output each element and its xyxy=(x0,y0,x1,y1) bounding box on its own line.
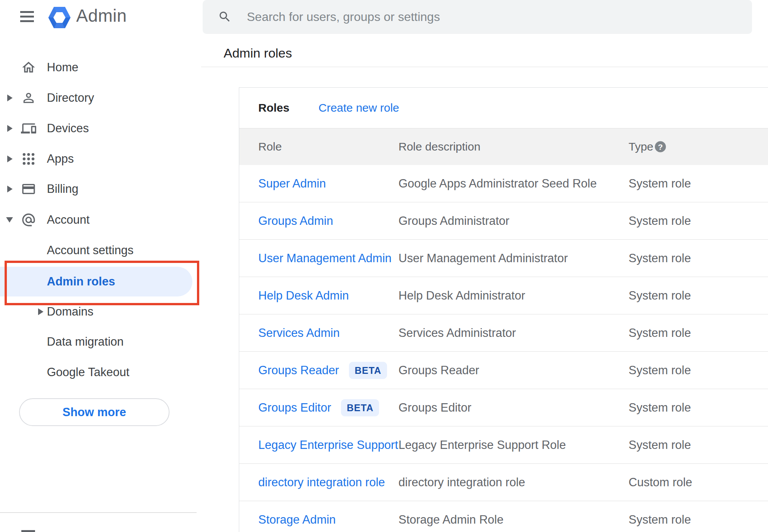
table-row: Services Admin Services Administrator Sy… xyxy=(239,314,768,352)
sidebar-item-google-takeout[interactable]: Google Takeout xyxy=(0,357,202,388)
role-description: Google Apps Administrator Seed Role xyxy=(398,177,597,191)
table-row: Groups Editor BETA Groups Editor System … xyxy=(239,389,768,426)
panel-title: Roles xyxy=(258,101,290,114)
role-type: System role xyxy=(629,364,691,377)
sidebar-item-home[interactable]: Home xyxy=(0,52,202,83)
person-icon xyxy=(21,90,36,106)
sidebar-item-label: Billing xyxy=(47,182,78,196)
collapse-arrow-icon xyxy=(6,217,13,223)
table-header-row: Role Role description Type ? xyxy=(239,128,768,165)
expand-arrow-icon xyxy=(7,125,13,132)
role-type: System role xyxy=(629,326,691,340)
expand-arrow-icon xyxy=(7,186,13,192)
role-type: System role xyxy=(629,401,691,415)
sidebar-item-label: Google Takeout xyxy=(47,365,130,379)
header-divider xyxy=(201,67,768,67)
table-row: Groups Admin Groups Administrator System… xyxy=(239,202,768,240)
search-input[interactable] xyxy=(247,0,734,34)
help-icon[interactable]: ? xyxy=(655,141,666,152)
sidebar-item-apps[interactable]: Apps xyxy=(0,144,202,174)
sidebar-item-label: Account settings xyxy=(47,244,133,257)
role-link[interactable]: Services Admin xyxy=(258,326,340,340)
show-more-label: Show more xyxy=(62,405,126,419)
role-link[interactable]: Legacy Enterprise Support xyxy=(258,438,398,452)
role-type: System role xyxy=(629,289,691,303)
role-type: System role xyxy=(629,438,691,452)
sidebar-item-domains[interactable]: Domains xyxy=(0,296,202,327)
role-link[interactable]: Super Admin xyxy=(258,177,326,191)
expand-arrow-icon xyxy=(38,308,43,315)
role-description: Groups Reader xyxy=(398,364,479,377)
show-more-button[interactable]: Show more xyxy=(19,398,170,426)
role-type: System role xyxy=(629,177,691,191)
sidebar-item-label: Data migration xyxy=(47,335,124,349)
table-row: Super Admin Google Apps Administrator Se… xyxy=(239,165,768,202)
sidebar-item-billing[interactable]: Billing xyxy=(0,174,202,204)
beta-badge: BETA xyxy=(349,362,387,379)
cropped-bottom-icon xyxy=(21,530,35,532)
sidebar-item-label: Home xyxy=(47,61,78,74)
sidebar-item-label: Domains xyxy=(47,305,93,319)
role-description: User Management Administrator xyxy=(398,252,568,265)
at-sign-icon xyxy=(21,212,36,228)
devices-icon xyxy=(21,121,36,136)
role-link[interactable]: Storage Admin xyxy=(258,513,336,527)
role-description: Groups Administrator xyxy=(398,214,509,228)
column-header-role: Role xyxy=(258,140,282,153)
sidebar-item-account[interactable]: Account xyxy=(0,205,202,235)
role-link[interactable]: Help Desk Admin xyxy=(258,289,349,303)
sidebar-item-label: Apps xyxy=(47,152,74,166)
expand-arrow-icon xyxy=(7,95,13,101)
create-new-role-link[interactable]: Create new role xyxy=(318,101,399,114)
role-description: directory integration role xyxy=(398,476,525,489)
app-title: Admin xyxy=(76,5,127,26)
column-header-type: Type xyxy=(629,140,653,153)
home-icon xyxy=(21,60,36,75)
roles-panel: Roles Create new role Role Role descript… xyxy=(239,87,768,532)
credit-card-icon xyxy=(21,181,36,197)
search-icon xyxy=(218,10,232,24)
role-link[interactable]: User Management Admin xyxy=(258,252,392,265)
role-link[interactable]: Groups Editor xyxy=(258,401,331,415)
table-row: Groups Reader BETA Groups Reader System … xyxy=(239,352,768,389)
table-row: User Management Admin User Management Ad… xyxy=(239,240,768,277)
role-type: System role xyxy=(629,252,691,265)
role-link[interactable]: Groups Admin xyxy=(258,214,333,228)
sidebar-item-data-migration[interactable]: Data migration xyxy=(0,327,202,357)
admin-logo-icon xyxy=(48,7,70,30)
column-header-description: Role description xyxy=(398,140,480,153)
sidebar-item-directory[interactable]: Directory xyxy=(0,83,202,113)
sidebar-divider xyxy=(0,512,197,513)
roles-panel-header: Roles Create new role xyxy=(239,88,768,128)
role-type: Custom role xyxy=(629,476,692,489)
sidebar-item-devices[interactable]: Devices xyxy=(0,113,202,144)
role-link[interactable]: directory integration role xyxy=(258,476,385,489)
apps-icon xyxy=(21,151,36,167)
beta-badge: BETA xyxy=(341,399,379,416)
expand-arrow-icon xyxy=(7,155,13,162)
sidebar-item-label: Account xyxy=(47,213,90,227)
role-description: Help Desk Administrator xyxy=(398,289,525,303)
sidebar-item-label: Devices xyxy=(47,122,89,135)
table-row: directory integration role directory int… xyxy=(239,464,768,501)
menu-icon[interactable] xyxy=(20,11,34,22)
table-row: Help Desk Admin Help Desk Administrator … xyxy=(239,277,768,314)
role-description: Storage Admin Role xyxy=(398,513,504,527)
role-description: Legacy Enterprise Support Role xyxy=(398,438,566,452)
sidebar-item-label: Directory xyxy=(47,91,94,105)
role-description: Groups Editor xyxy=(398,401,471,415)
role-type: System role xyxy=(629,214,691,228)
sidebar: Admin Home Directory Devices A xyxy=(0,0,202,532)
search-bar[interactable] xyxy=(203,0,752,34)
table-row: Storage Admin Storage Admin Role System … xyxy=(239,501,768,532)
role-description: Services Administrator xyxy=(398,326,516,340)
breadcrumb: Admin roles xyxy=(224,46,292,61)
table-row: Legacy Enterprise Support Legacy Enterpr… xyxy=(239,426,768,464)
role-type: System role xyxy=(629,513,691,527)
role-link[interactable]: Groups Reader xyxy=(258,364,339,377)
